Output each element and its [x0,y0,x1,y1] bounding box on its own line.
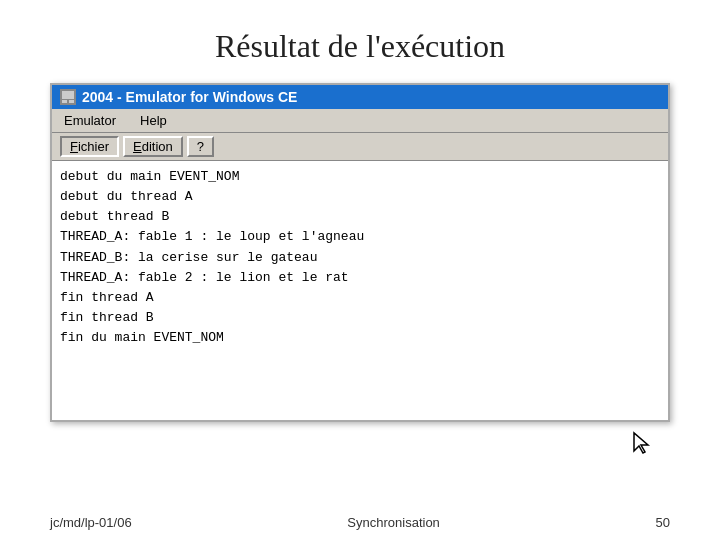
footer-right: 50 [656,515,670,530]
output-line-4: THREAD_A: fable 1 : le loup et l'agneau [60,227,660,247]
output-line-2: debut du thread A [60,187,660,207]
output-line-1: debut du main EVENT_NOM [60,167,660,187]
footer-left: jc/md/lp-01/06 [50,515,132,530]
output-line-5: THREAD_B: la cerise sur le gateau [60,248,660,268]
toolbar-question[interactable]: ? [187,136,214,157]
output-line-6: THREAD_A: fable 2 : le lion et le rat [60,268,660,288]
output-area: debut du main EVENT_NOM debut du thread … [52,160,668,420]
toolbar: Fichier Edition ? [52,132,668,160]
svg-rect-3 [69,100,74,103]
svg-marker-4 [634,433,648,453]
output-line-3: debut thread B [60,207,660,227]
page-title: Résultat de l'exécution [0,0,720,83]
menu-help[interactable]: Help [136,112,171,129]
title-bar-text: 2004 - Emulator for Windows CE [82,89,297,105]
window-icon [60,89,76,105]
footer: jc/md/lp-01/06 Synchronisation 50 [0,515,720,530]
output-line-9: fin du main EVENT_NOM [60,328,660,348]
footer-center: Synchronisation [347,515,440,530]
menu-emulator[interactable]: Emulator [60,112,120,129]
menu-bar: Emulator Help [52,109,668,132]
emulator-window: 2004 - Emulator for Windows CE Emulator … [50,83,670,422]
svg-rect-1 [62,91,74,99]
toolbar-fichier[interactable]: Fichier [60,136,119,157]
output-line-7: fin thread A [60,288,660,308]
output-line-8: fin thread B [60,308,660,328]
cursor-icon [632,431,652,455]
toolbar-edition[interactable]: Edition [123,136,183,157]
svg-rect-2 [62,100,67,103]
title-bar: 2004 - Emulator for Windows CE [52,85,668,109]
